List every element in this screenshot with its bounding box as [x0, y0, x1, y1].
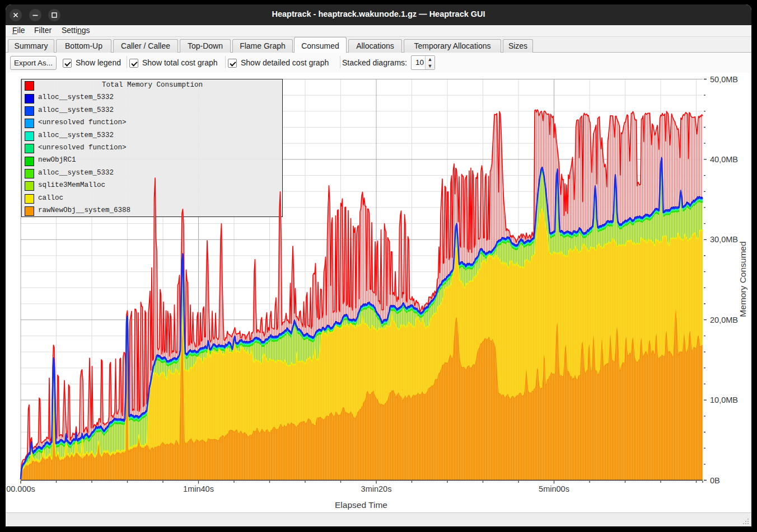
svg-text:Elapsed Time: Elapsed Time: [335, 500, 387, 510]
svg-text:5min00s: 5min00s: [539, 484, 569, 493]
svg-text:00.000s: 00.000s: [6, 484, 35, 493]
svg-text:40,0MB: 40,0MB: [710, 155, 738, 164]
svg-text:3min20s: 3min20s: [361, 484, 392, 493]
svg-text:0B: 0B: [710, 476, 720, 485]
svg-text:1min40s: 1min40s: [183, 484, 214, 493]
svg-text:50,0MB: 50,0MB: [710, 75, 738, 84]
svg-text:Memory Consumed: Memory Consumed: [738, 241, 747, 317]
svg-text:20,0MB: 20,0MB: [710, 316, 738, 324]
svg-text:30,0MB: 30,0MB: [710, 235, 738, 244]
svg-text:10,0MB: 10,0MB: [710, 396, 738, 404]
